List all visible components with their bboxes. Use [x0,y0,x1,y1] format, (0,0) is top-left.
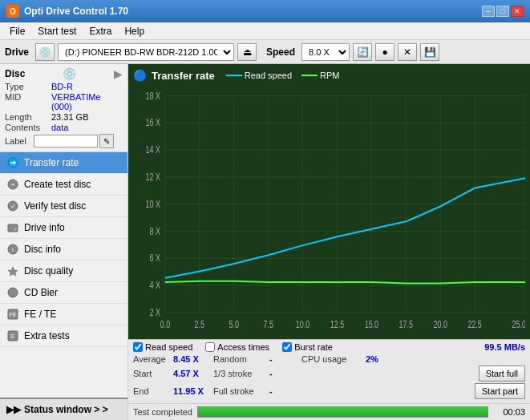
svg-point-6 [14,228,17,231]
disc-label-input[interactable] [34,135,98,147]
chart-icon: 🔵 [133,69,147,82]
disc-length-value: 23.31 GB [51,112,88,122]
svg-text:16 X: 16 X [145,117,160,128]
transfer-rate-icon [6,156,19,169]
chart-svg: 18 X 16 X 14 X 12 X 10 X 8 X 6 X 4 X 2 X… [133,85,525,334]
drive-icon-btn[interactable]: 💿 [35,43,55,61]
burst-rate-display: 99.5 MB/s [484,342,525,352]
svg-text:20.0: 20.0 [433,319,447,330]
svg-text:4 X: 4 X [149,280,160,291]
nav-fe-te[interactable]: FE FE / TE [0,304,127,325]
chart-container: 18 X 16 X 14 X 12 X 10 X 8 X 6 X 4 X 2 X… [133,85,525,334]
disc-label-label: Label [5,136,34,146]
average-value: 8.45 X [173,354,213,364]
eject-button[interactable]: ⏏ [237,43,257,61]
checkbox-burst-rate: Burst rate [282,342,333,352]
cd-bier-icon [6,286,19,299]
disc-type-value: BD-R [51,82,73,91]
menu-start-test[interactable]: Start test [31,24,83,38]
verify-test-disc-icon: ✓ [6,200,19,212]
menu-extra[interactable]: Extra [83,24,118,38]
full-stroke-label: Full stroke [213,386,269,396]
nav-fe-te-label: FE / TE [24,309,56,320]
start-full-button[interactable]: Start full [479,365,525,382]
create-test-disc-icon: + [6,178,19,191]
nav-extra-tests[interactable]: E Extra tests [0,325,127,347]
progress-label: Test completed [133,407,192,417]
fe-te-icon: FE [6,308,19,321]
stat-row-average: Average 8.45 X Random - CPU usage 2% [133,354,525,364]
start-part-button[interactable]: Start part [475,383,525,399]
end-label: End [133,386,173,396]
nav-transfer-rate[interactable]: Transfer rate [0,152,127,174]
legend-read-speed-color [226,75,242,76]
disc-mid-label: MID [5,92,51,111]
progress-bar-fill [198,407,488,417]
svg-text:2.5: 2.5 [195,319,205,330]
progress-time: 00:03 [493,407,525,417]
cpu-usage-label: CPU usage [301,354,366,364]
speed-label: Speed [266,46,295,58]
nav-disc-info[interactable]: i Disc info [0,239,127,260]
drive-info-icon [6,221,19,234]
disc-mid-row: MID VERBATIMe (000) [5,92,123,111]
nav-drive-info-label: Drive info [24,222,65,233]
start-label: Start [133,369,173,378]
legend-rpm: RPM [301,71,339,80]
access-times-label: Access times [217,342,269,352]
chart-area: 🔵 Transfer rate Read speed RPM [128,64,530,339]
nav-transfer-rate-label: Transfer rate [24,157,79,168]
disc-title: Disc [5,68,25,79]
checkbox-access-times: Access times [205,342,269,352]
burn-btn[interactable]: ● [375,43,394,61]
menu-bar: File Start test Extra Help [0,22,530,40]
svg-text:10.0: 10.0 [296,319,310,330]
svg-text:25.0 GB: 25.0 GB [512,319,525,330]
nav-cd-bier[interactable]: CD Bier [0,282,127,304]
drive-toolbar: Drive 💿 (D:) PIONEER BD-RW BDR-212D 1.00… [0,40,530,64]
svg-text:12 X: 12 X [145,172,160,183]
average-label: Average [133,354,173,364]
disc-icon: 💿 [63,67,76,80]
nav-drive-info[interactable]: Drive info [0,217,127,239]
drive-select[interactable]: (D:) PIONEER BD-RW BDR-212D 1.00 [58,43,234,61]
minimize-button[interactable]: ─ [482,6,495,17]
main-layout: Disc 💿 ▶ Type BD-R MID VERBATIMe (000) L… [0,64,530,420]
disc-type-row: Type BD-R [5,82,123,91]
erase-btn[interactable]: ✕ [398,43,417,61]
disc-contents-label: Contents [5,123,51,132]
extra-tests-icon: E [6,329,19,342]
nav-verify-test-disc[interactable]: ✓ Verify test disc [0,196,127,217]
svg-text:17.5: 17.5 [399,319,414,330]
start-value: 4.57 X [173,369,213,378]
disc-contents-value: data [51,123,68,132]
status-window-button[interactable]: ▶▶ Status window > > [0,398,127,420]
nav-create-test-disc[interactable]: + Create test disc [0,174,127,196]
access-times-checkbox[interactable] [205,342,215,352]
stat-row-start: Start 4.57 X 1/3 stroke - Start full [133,365,525,382]
maximize-button[interactable]: □ [496,6,509,17]
disc-quality-icon [6,265,19,277]
menu-file[interactable]: File [3,24,31,38]
read-speed-checkbox[interactable] [133,342,143,352]
disc-label-edit-btn[interactable]: ✎ [99,134,114,148]
svg-text:✓: ✓ [10,203,16,210]
svg-text:E: E [11,333,15,339]
menu-help[interactable]: Help [118,24,151,38]
read-speed-label: Read speed [145,342,192,352]
speed-select[interactable]: 8.0 X [301,43,350,61]
nav-section: Transfer rate + Create test disc ✓ Verif… [0,152,127,398]
svg-text:6 X: 6 X [149,252,160,264]
stat-row-end: End 11.95 X Full stroke - Start part [133,383,525,399]
save-btn[interactable]: 💾 [420,43,439,61]
svg-text:14 X: 14 X [145,144,160,155]
disc-contents-row: Contents data [5,123,123,132]
disc-info-icon: i [6,243,19,256]
nav-disc-quality[interactable]: Disc quality [0,260,127,282]
disc-panel: Disc 💿 ▶ Type BD-R MID VERBATIMe (000) L… [0,64,127,152]
svg-point-9 [8,288,18,297]
close-button[interactable]: ✕ [511,6,524,17]
chart-header: 🔵 Transfer rate Read speed RPM [133,69,525,82]
burst-rate-checkbox[interactable] [282,342,292,352]
refresh-btn[interactable]: 🔄 [353,43,372,61]
